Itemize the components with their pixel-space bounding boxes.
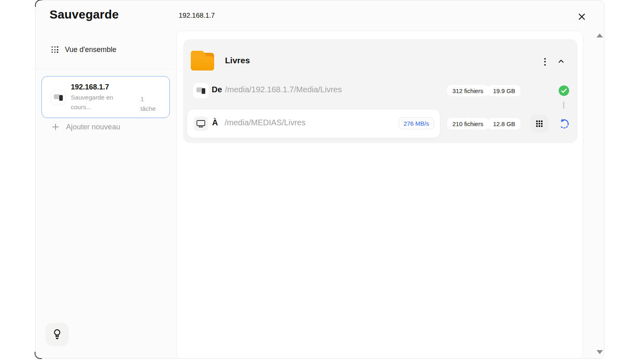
devices-icon bbox=[51, 90, 66, 105]
app-title: Sauvegarde bbox=[50, 8, 119, 21]
close-button[interactable] bbox=[576, 11, 587, 22]
folder-icon bbox=[190, 49, 215, 71]
add-new-label: Ajouter nouveau bbox=[66, 122, 120, 131]
device-task-count: 1 tâche bbox=[140, 94, 163, 114]
tips-button[interactable] bbox=[45, 323, 69, 346]
backup-group-card: Livres De /media/192.168.1.7/Media/Livre… bbox=[183, 39, 578, 143]
add-new-button[interactable]: Ajouter nouveau bbox=[52, 122, 120, 131]
destination-card[interactable]: À /media/MEDIAS/Livres 276 MB/s bbox=[187, 110, 440, 138]
device-status: Sauvegarde en cours... bbox=[71, 93, 121, 112]
transfer-speed-badge: 276 MB/s bbox=[398, 117, 434, 129]
apps-grid-icon bbox=[52, 46, 58, 53]
sidebar-item-overview[interactable]: Vue d'ensemble bbox=[52, 46, 116, 54]
destination-label: À bbox=[212, 118, 218, 127]
sidebar-device-card[interactable]: 192.168.1.7 Sauvegarde en cours... 1 tâc… bbox=[41, 76, 170, 118]
browse-files-button[interactable] bbox=[530, 115, 548, 133]
device-name: 192.168.1.7 bbox=[71, 83, 134, 91]
source-label: De bbox=[212, 85, 222, 94]
destination-path: /media/MEDIAS/Livres bbox=[225, 118, 305, 127]
screen: Sauvegarde Vue d'ensemble 192.168.1.7 Sa… bbox=[0, 0, 644, 361]
flow-connector bbox=[563, 102, 564, 109]
lightbulb-icon bbox=[52, 328, 62, 340]
close-icon bbox=[578, 12, 586, 21]
source-path: /media/192.168.1.7/Media/Livres bbox=[225, 85, 342, 94]
chevron-up-icon bbox=[557, 57, 565, 65]
plus-icon bbox=[52, 123, 60, 131]
scroll-down-arrow-icon[interactable] bbox=[597, 350, 603, 354]
source-size-badge: 19.9 GB bbox=[488, 85, 520, 96]
kebab-menu-icon[interactable] bbox=[542, 56, 548, 68]
overview-label: Vue d'ensemble bbox=[65, 46, 116, 54]
source-devices-icon bbox=[193, 83, 208, 98]
main-panel: Livres De /media/192.168.1.7/Media/Livre… bbox=[176, 31, 583, 359]
source-files-badge: 312 fichiers bbox=[447, 85, 489, 96]
destination-files-badge: 210 fichiers bbox=[447, 118, 489, 129]
header-device-title: 192.168.1.7 bbox=[179, 12, 215, 20]
group-name: Livres bbox=[225, 56, 250, 65]
scroll-up-arrow-icon[interactable] bbox=[597, 33, 603, 37]
app-window: Sauvegarde Vue d'ensemble 192.168.1.7 Sa… bbox=[35, 0, 605, 359]
destination-size-badge: 12.8 GB bbox=[488, 118, 520, 129]
sync-icon bbox=[559, 118, 570, 129]
collapse-button[interactable] bbox=[556, 56, 566, 66]
check-circle-icon bbox=[558, 85, 570, 96]
device-card-text: 192.168.1.7 Sauvegarde en cours... bbox=[71, 83, 134, 112]
grid-icon bbox=[536, 120, 543, 127]
sidebar-divider bbox=[36, 69, 171, 69]
monitor-icon bbox=[194, 116, 208, 131]
